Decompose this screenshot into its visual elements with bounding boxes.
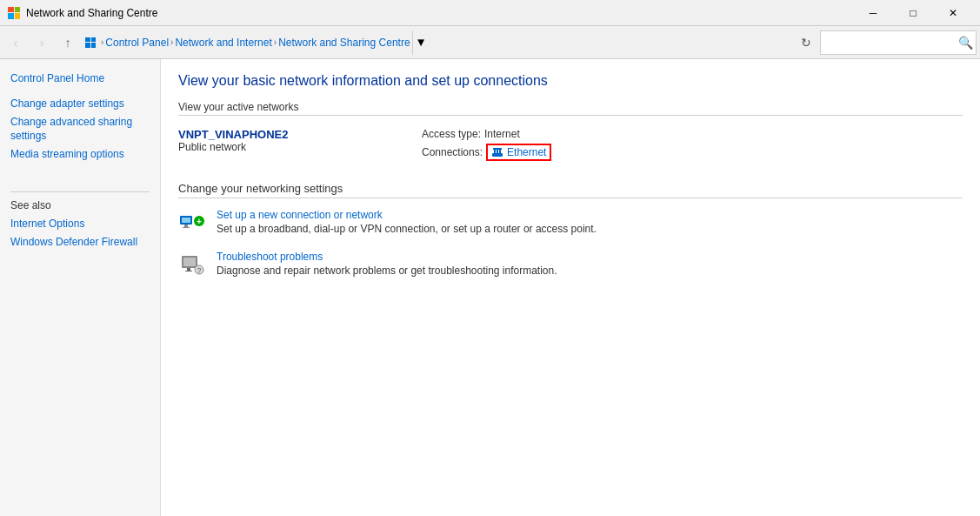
network-name: VNPT_VINAPHONE2 [178,128,422,141]
search-input[interactable] [820,30,977,55]
sidebar-item-internet-options[interactable]: Internet Options [10,215,150,233]
svg-rect-1 [494,150,496,153]
app-icon [7,6,21,20]
action-text-troubleshoot: Troubleshoot problems Diagnose and repai… [217,251,963,277]
troubleshoot-desc: Diagnose and repair network problems or … [217,265,963,277]
svg-rect-2 [497,150,498,153]
troubleshoot-link[interactable]: Troubleshoot problems [217,251,323,263]
access-type-value: Internet [484,128,520,140]
svg-text:?: ? [197,266,201,275]
content-area: View your basic network information and … [161,59,980,516]
sidebar-item-windows-defender[interactable]: Windows Defender Firewall [10,233,150,251]
svg-rect-14 [185,271,192,271]
troubleshoot-icon: ? [178,251,206,278]
sidebar-item-change-advanced-sharing[interactable]: Change advanced sharing settings [0,113,160,146]
sidebar-item-media-streaming[interactable]: Media streaming options [0,145,160,164]
main-layout: Control Panel Home Change adapter settin… [0,59,980,516]
page-title: View your basic network information and … [178,73,963,89]
svg-rect-4 [493,148,502,150]
breadcrumb-sep-3: › [274,37,277,47]
titlebar: Network and Sharing Centre ─ □ ✕ [0,0,980,26]
setup-connection-link[interactable]: Set up a new connection or network [217,209,383,221]
setup-connection-desc: Set up a broadband, dial-up or VPN conne… [217,223,963,235]
active-networks-table: VNPT_VINAPHONE2 Public network Access ty… [178,124,963,168]
ethernet-icon [491,146,503,158]
svg-rect-0 [492,153,503,157]
breadcrumb-sep-1: › [101,37,103,47]
network-info-cell: Access type: Internet Connections: [422,124,963,168]
access-type-label: Access type: [422,128,481,140]
close-button[interactable]: ✕ [933,0,973,26]
svg-rect-12 [183,258,196,266]
svg-rect-8 [183,227,190,228]
breadcrumb-dropdown-button[interactable]: ▼ [412,30,430,55]
sidebar-nav: Control Panel Home Change adapter settin… [0,70,160,164]
search-icon: 🔍 [958,36,973,50]
ethernet-link[interactable]: Ethernet [486,144,551,161]
setup-connection-icon: + [178,209,206,237]
svg-rect-6 [182,218,190,223]
network-identity-cell: VNPT_VINAPHONE2 Public network [178,124,422,168]
svg-text:+: + [197,217,202,226]
change-settings-header: Change your networking settings [178,182,963,198]
action-item-troubleshoot: ? Troubleshoot problems Diagnose and rep… [178,251,963,278]
address-bar: ‹ › ↑ › Control Panel › Network and Inte… [0,26,980,59]
access-type-row: Access type: Internet [422,128,963,140]
see-also-label: See also [10,199,150,211]
sidebar: Control Panel Home Change adapter settin… [0,59,161,516]
action-item-setup: + Set up a new connection or network Set… [178,209,963,237]
window-title: Network and Sharing Centre [26,7,853,19]
breadcrumb-sharing-centre[interactable]: Network and Sharing Centre [278,37,410,49]
refresh-button[interactable]: ↻ [794,30,818,55]
breadcrumb-control-panel[interactable]: Control Panel [105,37,169,49]
up-button[interactable]: ↑ [56,30,80,55]
breadcrumb-icon [83,36,97,50]
sidebar-item-control-panel-home[interactable]: Control Panel Home [0,70,160,88]
ethernet-label: Ethernet [507,146,546,158]
network-row: VNPT_VINAPHONE2 Public network Access ty… [178,124,963,168]
back-button[interactable]: ‹ [3,30,28,55]
change-networking-section: Change your networking settings + Set up… [178,182,963,278]
search-box-wrap: 🔍 [820,30,977,55]
sidebar-item-change-adapter[interactable]: Change adapter settings [0,95,160,113]
active-networks-header: View your active networks [178,101,963,116]
svg-rect-13 [187,268,190,271]
sidebar-footer: See also Internet Options Windows Defend… [0,178,160,258]
window-controls: ─ □ ✕ [853,0,973,26]
minimize-button[interactable]: ─ [853,0,893,26]
connections-label: Connections: [422,146,483,158]
forward-button[interactable]: › [30,30,54,55]
maximize-button[interactable]: □ [893,0,933,26]
action-text-setup: Set up a new connection or network Set u… [217,209,963,235]
svg-rect-7 [184,224,188,227]
breadcrumb-sep-2: › [170,37,173,47]
breadcrumb-network-internet[interactable]: Network and Internet [175,37,271,49]
connections-row: Connections: Ethernet [422,144,963,161]
svg-rect-3 [499,150,501,153]
network-type: Public network [178,141,422,153]
